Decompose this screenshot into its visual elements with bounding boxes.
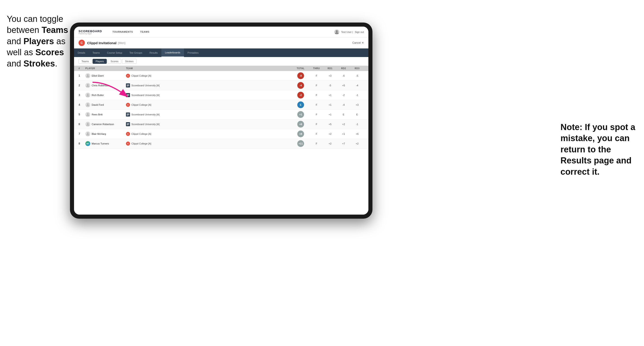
- tab-tee-groups[interactable]: Tee Groups: [126, 48, 146, 57]
- player-cell: Elliot Ebert: [85, 73, 126, 78]
- team-cell: Scoreboard University [A]: [126, 113, 292, 117]
- tab-teams[interactable]: Teams: [89, 48, 104, 57]
- team-cell: Scoreboard University [A]: [126, 93, 292, 97]
- svg-rect-17: [127, 124, 129, 124]
- rd2-cell: +5: [337, 84, 350, 87]
- svg-rect-4: [127, 85, 129, 86]
- rd3-cell: +3: [350, 103, 364, 106]
- tournament-logo: C: [78, 40, 85, 46]
- nav-right: Test User | Sign out: [334, 29, 364, 34]
- total-cell: -2: [292, 92, 310, 99]
- col-rd1: RD1: [323, 67, 337, 70]
- col-player: PLAYER: [85, 67, 126, 70]
- nav-tournaments[interactable]: TOURNAMENTS: [109, 27, 136, 37]
- svg-rect-12: [127, 114, 129, 114]
- sign-out-link[interactable]: Sign out: [355, 31, 364, 33]
- toggle-scores[interactable]: Scores: [108, 59, 121, 64]
- table-row: 5Rees BrittScoreboard University [A]+1F+…: [74, 110, 368, 120]
- table-header: # PLAYER TEAM TOTAL THRU RD1 RD2 RD3: [74, 66, 368, 71]
- player-name: Cameron Robertson: [92, 123, 114, 126]
- rd2-cell: -4: [337, 103, 350, 106]
- tab-leaderboards[interactable]: Leaderboards: [162, 48, 184, 57]
- tab-course-setup[interactable]: Course Setup: [104, 48, 126, 57]
- toggle-strokes[interactable]: Strokes: [122, 59, 136, 64]
- svg-point-15: [87, 123, 89, 124]
- team-logo: [126, 113, 130, 117]
- score-badge: +8: [297, 131, 304, 137]
- sub-nav: Details Teams Course Setup Tee Groups Re…: [74, 48, 368, 57]
- svg-point-1: [87, 74, 89, 76]
- rd1-cell: +5: [323, 123, 337, 126]
- player-cell: Rees Britt: [85, 112, 126, 117]
- team-name: Clippd College [A]: [131, 142, 151, 145]
- score-badge: -2: [297, 92, 304, 99]
- rd1-cell: +1: [323, 94, 337, 96]
- score-badge: -4: [297, 82, 304, 89]
- table-row: 4David FordCClippd College [A]EF+1-4+3: [74, 100, 368, 110]
- player-avatar: [85, 112, 90, 117]
- team-name: Clippd College [A]: [131, 103, 151, 106]
- rd2-cell: -6: [337, 74, 350, 77]
- table-row: 1Elliot EbertCClippd College [A]-8F+3-6-…: [74, 71, 368, 81]
- table-row: 2Chris RobertsonScoreboard University [A…: [74, 81, 368, 90]
- score-badge: +1: [297, 111, 304, 118]
- table-row: 3Rich ButlerScoreboard University [A]-2F…: [74, 90, 368, 100]
- user-avatar: [334, 29, 339, 34]
- thru-cell: F: [310, 84, 323, 87]
- svg-point-6: [87, 94, 89, 95]
- tab-results[interactable]: Results: [146, 48, 162, 57]
- svg-rect-16: [127, 123, 129, 124]
- svg-rect-3: [127, 85, 129, 85]
- player-cell: MTMarcus Turners: [85, 141, 126, 146]
- score-badge: +11: [297, 140, 304, 147]
- team-name: Clippd College [A]: [131, 133, 151, 135]
- score-badge: +6: [297, 121, 304, 128]
- player-avatar: MT: [85, 141, 90, 146]
- player-cell: Rich Butler: [85, 93, 126, 98]
- thru-cell: F: [310, 123, 323, 126]
- toggle-players[interactable]: Players: [92, 59, 107, 64]
- score-badge: E: [297, 101, 304, 108]
- player-name: Blair McHarg: [92, 133, 106, 135]
- team-name: Scoreboard University [A]: [131, 84, 160, 87]
- thru-cell: F: [310, 133, 323, 135]
- team-logo: C: [126, 142, 130, 146]
- player-name: Rees Britt: [92, 113, 102, 116]
- tablet-frame: SCOREBOARD Powered by clippd TOURNAMENTS…: [70, 22, 372, 219]
- rd1-cell: -5: [323, 84, 337, 87]
- tab-printables[interactable]: Printables: [184, 48, 202, 57]
- logo-title: SCOREBOARD: [78, 29, 102, 33]
- left-annotation: You can toggle between Teams and Players…: [7, 13, 70, 69]
- team-cell: CClippd College [A]: [126, 103, 292, 107]
- tournament-gender: (Men): [118, 41, 126, 45]
- team-logo: [126, 83, 130, 87]
- top-nav: SCOREBOARD Powered by clippd TOURNAMENTS…: [74, 27, 368, 37]
- rd2-cell: +1: [337, 133, 350, 135]
- svg-rect-5: [127, 86, 129, 86]
- player-name: David Ford: [92, 103, 104, 106]
- tablet-screen: SCOREBOARD Powered by clippd TOURNAMENTS…: [74, 27, 368, 215]
- team-cell: Scoreboard University [A]: [126, 122, 292, 126]
- nav-teams[interactable]: TEAMS: [136, 27, 153, 37]
- player-avatar: [85, 83, 90, 88]
- team-logo: [126, 122, 130, 126]
- thru-cell: F: [310, 113, 323, 116]
- toggle-teams[interactable]: Teams: [78, 59, 92, 64]
- total-cell: +11: [292, 140, 310, 147]
- team-cell: CClippd College [A]: [126, 132, 292, 136]
- rd3-cell: -1: [350, 123, 364, 126]
- rank-cell: 4: [78, 103, 85, 106]
- rank-cell: 7: [78, 132, 85, 136]
- col-thru: THRU: [310, 67, 323, 70]
- tab-details[interactable]: Details: [74, 48, 89, 57]
- nav-links: TOURNAMENTS TEAMS: [109, 27, 153, 37]
- col-total: TOTAL: [292, 67, 310, 70]
- thru-cell: F: [310, 103, 323, 106]
- leaderboard-table: 1Elliot EbertCClippd College [A]-8F+3-6-…: [74, 71, 368, 215]
- svg-rect-13: [127, 114, 129, 115]
- col-rd3: RD3: [350, 67, 364, 70]
- player-cell: Blair McHarg: [85, 131, 126, 136]
- rank-cell: 5: [78, 113, 85, 116]
- cancel-button[interactable]: Cancel ✕: [352, 41, 364, 44]
- player-name: Elliot Ebert: [92, 74, 104, 77]
